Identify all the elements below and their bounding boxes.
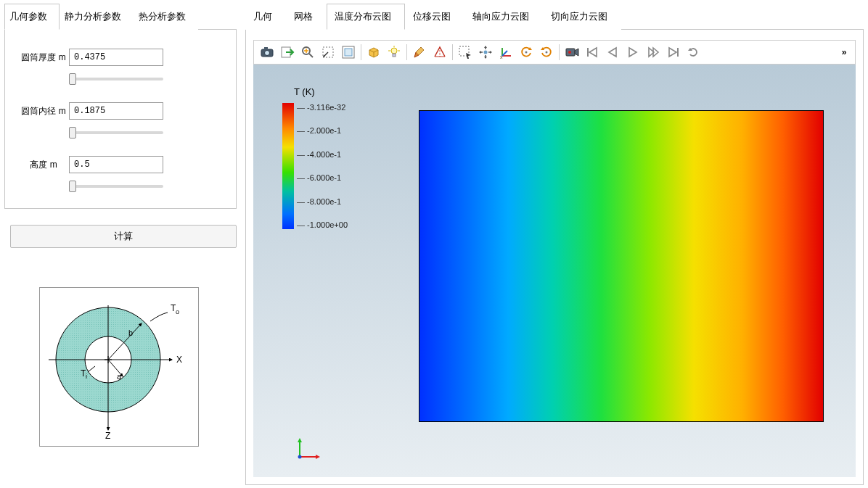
fit-window-icon[interactable] bbox=[338, 42, 359, 62]
legend-tick: -1.000e+00 bbox=[297, 220, 348, 229]
param-label-inner-radius: 圆筒内径 m bbox=[18, 105, 69, 117]
svg-marker-56 bbox=[589, 48, 597, 57]
svg-text:a: a bbox=[117, 372, 122, 381]
toolbar-separator bbox=[406, 44, 407, 60]
svg-text:X: X bbox=[176, 355, 182, 365]
tab-static-params[interactable]: 静力分析参数 bbox=[60, 4, 134, 30]
legend: T (K) -3.116e-32 -2.000e-1 -4.000e-1 -6.… bbox=[282, 86, 348, 229]
legend-tick: -8.000e-1 bbox=[297, 197, 348, 206]
play-icon[interactable] bbox=[623, 42, 643, 62]
svg-marker-65 bbox=[298, 438, 302, 442]
tab-temp-contour[interactable]: 温度分布云图 bbox=[327, 4, 405, 30]
inner-radius-input[interactable] bbox=[69, 102, 163, 120]
height-slider[interactable] bbox=[69, 185, 163, 188]
light-icon[interactable] bbox=[384, 42, 404, 62]
svg-text:Z: Z bbox=[105, 431, 110, 441]
render-viewport[interactable]: T (K) -3.116e-32 -2.000e-1 -4.000e-1 -6.… bbox=[253, 65, 856, 477]
svg-marker-41 bbox=[484, 57, 487, 59]
svg-text:i: i bbox=[86, 373, 87, 380]
legend-colorbar bbox=[282, 103, 294, 229]
rotate-cw-icon[interactable] bbox=[536, 42, 557, 62]
rubber-band-zoom-icon[interactable] bbox=[318, 42, 338, 62]
svg-rect-20 bbox=[264, 47, 268, 50]
svg-point-31 bbox=[391, 48, 397, 54]
inner-radius-slider[interactable] bbox=[69, 131, 163, 134]
prev-frame-icon[interactable] bbox=[602, 42, 623, 62]
svg-marker-43 bbox=[490, 51, 492, 54]
viewer-wrap: x bbox=[245, 30, 864, 485]
slider-row-height bbox=[69, 178, 163, 191]
camera-icon[interactable] bbox=[257, 42, 277, 62]
svg-rect-30 bbox=[345, 49, 352, 56]
orientation-triad-icon bbox=[294, 434, 323, 463]
param-label-height: 高度 m bbox=[18, 159, 69, 171]
left-tabs: 几何参数 静力分析参数 热分析参数 bbox=[4, 3, 237, 30]
params-box: 圆筒厚度 m 圆筒内径 m 高度 m bbox=[4, 30, 237, 209]
param-row-height: 高度 m bbox=[18, 156, 223, 173]
svg-marker-58 bbox=[629, 48, 636, 57]
annulus-diagram-svg: To Ti a b X Z bbox=[43, 291, 195, 443]
toolbar-separator bbox=[559, 44, 560, 60]
tab-tangential-stress-contour[interactable]: 切向应力云图 bbox=[543, 4, 621, 30]
tab-displacement-contour[interactable]: 位移云图 bbox=[405, 4, 464, 30]
param-label-thickness: 圆筒厚度 m bbox=[18, 51, 69, 64]
svg-point-49 bbox=[525, 51, 528, 54]
legend-tick: -4.000e-1 bbox=[297, 150, 348, 159]
slider-row-thickness bbox=[69, 70, 163, 83]
svg-text:b: b bbox=[128, 328, 133, 337]
rotate-ccw-icon[interactable] bbox=[516, 42, 536, 62]
svg-point-39 bbox=[484, 51, 488, 54]
svg-point-51 bbox=[546, 51, 548, 54]
svg-rect-32 bbox=[393, 54, 396, 57]
svg-marker-61 bbox=[669, 48, 676, 57]
svg-line-24 bbox=[309, 54, 313, 57]
tab-geometry[interactable]: 几何 bbox=[245, 4, 286, 30]
svg-marker-53 bbox=[575, 49, 578, 56]
tab-geometry-params[interactable]: 几何参数 bbox=[4, 4, 60, 30]
right-panel: 几何 网格 温度分布云图 位移云图 轴向应力云图 切向应力云图 bbox=[241, 0, 868, 488]
video-record-icon[interactable] bbox=[562, 42, 582, 62]
tab-thermal-params[interactable]: 热分析参数 bbox=[134, 4, 198, 30]
toolbar-separator bbox=[452, 44, 453, 60]
legend-tick: -6.000e-1 bbox=[297, 173, 348, 182]
toolbar-overflow-icon[interactable]: » bbox=[836, 42, 852, 62]
tab-mesh[interactable]: 网格 bbox=[286, 4, 327, 30]
svg-text:x: x bbox=[500, 54, 503, 59]
box-display-icon[interactable] bbox=[364, 42, 384, 62]
svg-marker-40 bbox=[484, 46, 487, 48]
first-frame-icon[interactable] bbox=[582, 42, 602, 62]
slider-row-inner-radius bbox=[69, 124, 163, 137]
axes-triad-icon[interactable]: x bbox=[496, 42, 516, 62]
select-box-icon[interactable] bbox=[455, 42, 475, 62]
svg-point-68 bbox=[298, 455, 302, 459]
legend-ticks: -3.116e-32 -2.000e-1 -4.000e-1 -6.000e-1… bbox=[297, 103, 348, 229]
svg-marker-57 bbox=[609, 48, 616, 57]
compute-button[interactable]: 计算 bbox=[10, 225, 237, 248]
svg-text:o: o bbox=[176, 308, 179, 315]
svg-point-54 bbox=[568, 51, 571, 54]
clean-brush-icon[interactable] bbox=[409, 42, 430, 62]
height-input[interactable] bbox=[69, 156, 163, 173]
param-row-inner-radius: 圆筒内径 m bbox=[18, 102, 223, 120]
zoom-icon[interactable] bbox=[298, 42, 318, 62]
legend-tick: -3.116e-32 bbox=[297, 103, 348, 112]
param-row-thickness: 圆筒厚度 m bbox=[18, 49, 223, 66]
viewer-toolbar: x bbox=[253, 40, 856, 65]
thickness-input[interactable] bbox=[69, 49, 163, 66]
tab-axial-stress-contour[interactable]: 轴向应力云图 bbox=[464, 4, 543, 30]
svg-point-21 bbox=[265, 51, 270, 56]
cross-section-diagram: To Ti a b X Z bbox=[39, 287, 199, 447]
svg-marker-42 bbox=[479, 51, 481, 54]
last-frame-icon[interactable] bbox=[663, 42, 684, 62]
next-frame-icon[interactable] bbox=[643, 42, 663, 62]
svg-marker-67 bbox=[316, 455, 320, 459]
temperature-contour-plot bbox=[419, 110, 824, 422]
measure-icon[interactable] bbox=[430, 42, 450, 62]
export-icon[interactable] bbox=[277, 42, 298, 62]
thickness-slider[interactable] bbox=[69, 78, 163, 80]
loop-icon[interactable] bbox=[684, 42, 704, 62]
svg-line-46 bbox=[502, 51, 507, 56]
legend-title: T (K) bbox=[294, 86, 348, 97]
pan-icon[interactable] bbox=[475, 42, 496, 62]
right-tabs: 几何 网格 温度分布云图 位移云图 轴向应力云图 切向应力云图 bbox=[245, 3, 864, 30]
